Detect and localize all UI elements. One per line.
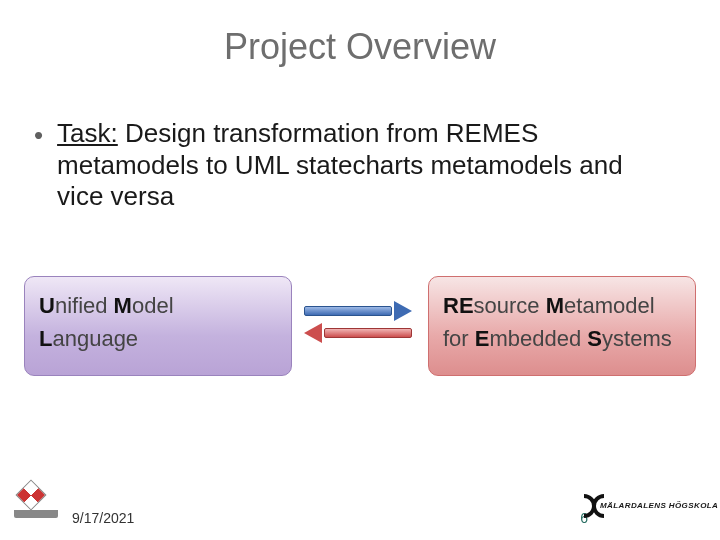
remes-e: E <box>475 326 490 351</box>
remes-r3: mbedded <box>489 326 587 351</box>
task-label: Task: <box>57 118 118 148</box>
arrow-left-icon <box>304 324 412 342</box>
bullet-dot: • <box>34 120 43 152</box>
uml-r2: odel <box>132 293 174 318</box>
logo-bar <box>14 510 58 518</box>
uml-m: M <box>114 293 132 318</box>
page-title: Project Overview <box>0 26 720 68</box>
footer: 9/17/2021 6 MÄLARDALENS HÖGSKOLA <box>0 490 720 526</box>
uml-u: U <box>39 293 55 318</box>
slide: Project Overview • Task: Design transfor… <box>0 0 720 540</box>
uml-line2: Language <box>39 322 277 355</box>
arrows <box>304 298 416 354</box>
malardalens-logo: MÄLARDALENS HÖGSKOLA <box>594 490 704 520</box>
malardalens-text: MÄLARDALENS HÖGSKOLA <box>600 501 718 510</box>
uml-r3: anguage <box>52 326 138 351</box>
bullet-text: Task: Design transformation from REMES m… <box>57 118 674 213</box>
fer-logo <box>14 484 58 518</box>
bullet-item: • Task: Design transformation from REMES… <box>34 118 674 213</box>
uml-l: L <box>39 326 52 351</box>
diagram: Unified Model Language REsource Metamode… <box>24 276 696 396</box>
body-text: • Task: Design transformation from REMES… <box>34 118 674 213</box>
remes-r1: source <box>474 293 546 318</box>
diamond-icon <box>15 479 46 510</box>
remes-s: S <box>587 326 602 351</box>
remes-m: M <box>546 293 564 318</box>
arrow-right-icon <box>304 302 412 320</box>
remes-r4: ystems <box>602 326 672 351</box>
remes-line1: REsource Metamodel <box>443 289 681 322</box>
uml-box: Unified Model Language <box>24 276 292 376</box>
uml-line1: Unified Model <box>39 289 277 322</box>
footer-date: 9/17/2021 <box>72 510 134 526</box>
task-text: Design transformation from REMES metamod… <box>57 118 623 211</box>
remes-re: RE <box>443 293 474 318</box>
remes-line2: for Embedded Systems <box>443 322 681 355</box>
remes-box: REsource Metamodel for Embedded Systems <box>428 276 696 376</box>
remes-r2: etamodel <box>564 293 655 318</box>
remes-for: for <box>443 326 475 351</box>
uml-r: nified <box>55 293 114 318</box>
